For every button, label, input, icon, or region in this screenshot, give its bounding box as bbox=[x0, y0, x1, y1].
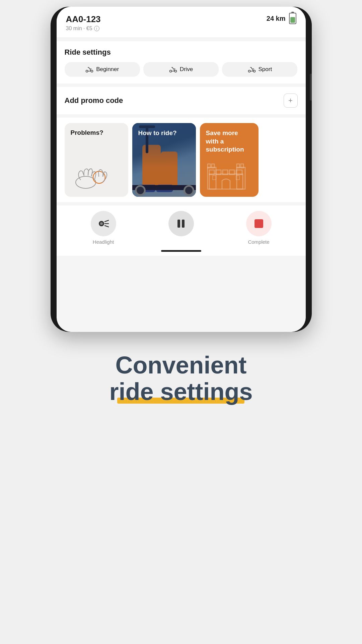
pause-action bbox=[168, 211, 194, 245]
cards-row: Problems? bbox=[65, 123, 298, 197]
beginner-label: Beginner bbox=[96, 66, 119, 73]
ride-settings-title: Ride settings bbox=[65, 48, 298, 57]
ride-info: 30 min · €5 i bbox=[66, 25, 296, 32]
how-to-ride-title: How to ride? bbox=[138, 129, 190, 137]
pause-label bbox=[180, 239, 182, 245]
big-heading: Convenient ride settings bbox=[109, 352, 252, 405]
complete-button[interactable] bbox=[246, 211, 272, 236]
headlight-button[interactable] bbox=[91, 211, 116, 236]
promo-section: Add promo code + bbox=[57, 87, 306, 114]
card-problems[interactable]: Problems? bbox=[65, 123, 128, 197]
svg-rect-17 bbox=[237, 167, 245, 189]
sport-label: Sport bbox=[259, 66, 272, 73]
mode-btn-drive[interactable]: Drive bbox=[143, 62, 219, 77]
phone-screen: AA0-123 30 min · €5 i 24 km Ride setting… bbox=[57, 7, 306, 332]
scooter-icon-beginner bbox=[85, 66, 93, 72]
promo-title: Add promo code bbox=[65, 96, 123, 105]
drive-label: Drive bbox=[180, 66, 193, 73]
km-label: 24 km bbox=[267, 15, 286, 22]
ride-modes: Beginner Drive bbox=[65, 62, 298, 77]
svg-point-2 bbox=[169, 70, 171, 72]
svg-line-26 bbox=[105, 226, 109, 227]
save-title: Save more with a subscription bbox=[206, 129, 252, 154]
hands-svg bbox=[71, 157, 118, 191]
svg-rect-8 bbox=[209, 174, 243, 189]
card-how-overlay: How to ride? bbox=[132, 123, 196, 197]
battery-icon bbox=[289, 13, 296, 24]
complete-label: Complete bbox=[248, 239, 269, 245]
top-bar: AA0-123 30 min · €5 i 24 km bbox=[57, 7, 306, 38]
scooter-icon-sport bbox=[248, 66, 256, 72]
complete-action: Complete bbox=[246, 211, 272, 245]
hands-illustration bbox=[71, 140, 122, 191]
headlight-icon bbox=[98, 219, 109, 228]
phone-frame: AA0-123 30 min · €5 i 24 km Ride setting… bbox=[51, 7, 312, 332]
ride-settings-section: Ride settings Beginner bbox=[57, 41, 306, 83]
headlight-label: Headlight bbox=[93, 239, 114, 245]
svg-rect-20 bbox=[213, 176, 216, 180]
pause-bar-left bbox=[177, 220, 180, 228]
pause-button[interactable] bbox=[168, 211, 194, 236]
castle-illustration bbox=[206, 154, 252, 191]
side-button bbox=[310, 74, 312, 101]
home-bar bbox=[161, 250, 201, 252]
problems-title: Problems? bbox=[71, 129, 122, 136]
castle-svg bbox=[206, 161, 246, 191]
mode-btn-beginner[interactable]: Beginner bbox=[65, 62, 140, 77]
add-promo-button[interactable]: + bbox=[284, 94, 298, 108]
info-icon[interactable]: i bbox=[94, 26, 99, 31]
marketing-section: Convenient ride settings bbox=[0, 332, 362, 644]
top-right: 24 km bbox=[267, 13, 296, 24]
heading-line1: Convenient bbox=[115, 352, 246, 378]
pause-icon bbox=[177, 220, 185, 228]
svg-point-5 bbox=[253, 70, 255, 72]
svg-point-1 bbox=[91, 70, 93, 72]
ride-info-text: 30 min · €5 bbox=[66, 25, 92, 32]
big-heading-wrap: Convenient ride settings bbox=[109, 352, 252, 404]
scooter-id: AA0-123 bbox=[66, 14, 296, 24]
scooter-icon-drive bbox=[169, 66, 177, 72]
cards-section: Problems? bbox=[57, 118, 306, 202]
battery-fill bbox=[290, 17, 295, 23]
headlight-action: Headlight bbox=[91, 211, 116, 245]
stop-icon bbox=[255, 219, 263, 228]
bottom-bar: Headlight bbox=[57, 206, 306, 247]
svg-point-3 bbox=[174, 70, 176, 72]
plus-icon: + bbox=[288, 96, 293, 105]
svg-point-4 bbox=[248, 70, 250, 72]
home-indicator bbox=[57, 247, 306, 256]
svg-line-24 bbox=[105, 220, 109, 222]
card-how-to-ride[interactable]: How to ride? bbox=[132, 123, 196, 197]
svg-point-23 bbox=[100, 222, 103, 225]
screen-content: AA0-123 30 min · €5 i 24 km Ride setting… bbox=[57, 7, 306, 332]
svg-point-0 bbox=[86, 70, 88, 72]
pause-bar-right bbox=[182, 220, 185, 228]
heading-line2: ride settings bbox=[109, 378, 252, 405]
mode-btn-sport[interactable]: Sport bbox=[222, 62, 297, 77]
card-save[interactable]: Save more with a subscription bbox=[200, 123, 259, 197]
